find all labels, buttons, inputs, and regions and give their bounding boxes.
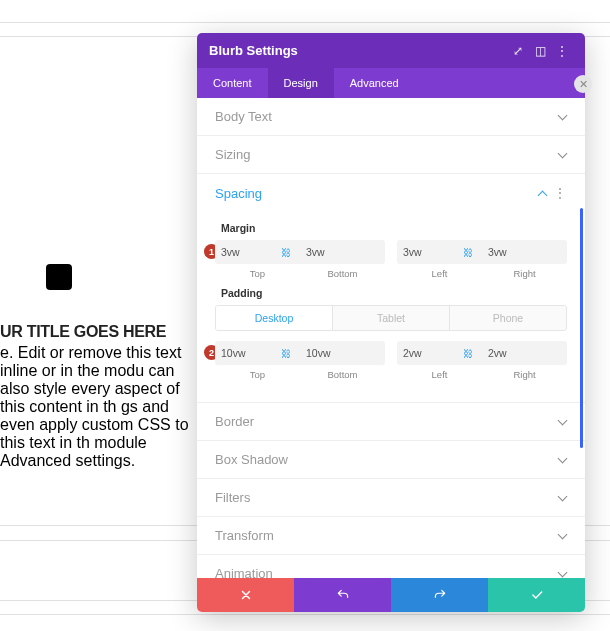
undo-icon [336,588,350,602]
scrollbar[interactable] [580,208,583,448]
panel-title: Blurb Settings [209,43,507,58]
chevron-down-icon [557,531,567,541]
chevron-down-icon [557,417,567,427]
redo-icon [433,588,447,602]
device-tab-tablet[interactable]: Tablet [332,306,449,330]
panel-body: Body Text Sizing Spacing ⋮ Margin 1 3vw⛓… [197,98,585,578]
margin-left-input[interactable]: 3vw⛓ [397,240,482,264]
link-icon[interactable]: ⛓ [460,348,476,359]
blurb-title: UR TITLE GOES HERE [0,323,166,341]
side-label: Bottom [300,268,385,279]
menu-dots-icon[interactable]: ⋮ [551,44,573,58]
margin-bottom-input[interactable]: 3vw [300,240,385,264]
side-label: Top [215,369,300,380]
expand-icon[interactable]: ⤢ [507,44,529,58]
side-label: Left [397,268,482,279]
device-tab-desktop[interactable]: Desktop [216,306,332,330]
chevron-down-icon [557,150,567,160]
save-button[interactable] [488,578,585,612]
padding-label: Padding [215,287,567,299]
section-filters[interactable]: Filters [197,479,585,517]
section-body-text[interactable]: Body Text [197,98,585,136]
margin-label: Margin [215,222,567,234]
section-box-shadow[interactable]: Box Shadow [197,441,585,479]
section-label: Filters [215,490,250,505]
section-label: Animation [215,566,273,578]
blurb-icon-placeholder [46,264,72,290]
margin-right-input[interactable]: 3vw [482,240,567,264]
section-label: Transform [215,528,274,543]
redo-button[interactable] [391,578,488,612]
chevron-down-icon [557,569,567,579]
chevron-up-icon [537,188,547,198]
padding-top-input[interactable]: 10vw⛓ [215,341,300,365]
tab-advanced[interactable]: Advanced [334,68,415,98]
chevron-down-icon [557,455,567,465]
side-label: Left [397,369,482,380]
padding-left-input[interactable]: 2vw⛓ [397,341,482,365]
panel-footer [197,578,585,612]
padding-bottom-input[interactable]: 10vw [300,341,385,365]
spacing-body: Margin 1 3vw⛓ 3vw 3vw⛓ 3vw Top Bottom Le… [197,212,585,402]
panel-tabs: Content Design Advanced [197,68,585,98]
section-sizing[interactable]: Sizing [197,136,585,174]
cancel-button[interactable] [197,578,294,612]
side-label: Top [215,268,300,279]
settings-panel: Blurb Settings ⤢ ◫ ⋮ Content Design Adva… [197,33,585,612]
device-tabs: Desktop Tablet Phone [215,305,567,331]
device-tab-phone[interactable]: Phone [449,306,566,330]
side-label: Bottom [300,369,385,380]
close-icon [239,588,253,602]
side-label: Right [482,268,567,279]
tab-content[interactable]: Content [197,68,268,98]
panel-header[interactable]: Blurb Settings ⤢ ◫ ⋮ [197,33,585,68]
section-menu-icon[interactable]: ⋮ [553,185,567,201]
blurb-paragraph: e. Edit or remove this text inline or in… [0,344,198,470]
section-label: Sizing [215,147,250,162]
section-label: Border [215,414,254,429]
padding-right-input[interactable]: 2vw [482,341,567,365]
check-icon [530,588,544,602]
snap-icon[interactable]: ◫ [529,44,551,58]
link-icon[interactable]: ⛓ [278,348,294,359]
section-border[interactable]: Border [197,402,585,441]
section-animation[interactable]: Animation [197,555,585,578]
section-spacing[interactable]: Spacing ⋮ [197,174,585,212]
section-transform[interactable]: Transform [197,517,585,555]
section-label: Box Shadow [215,452,288,467]
margin-top-input[interactable]: 3vw⛓ [215,240,300,264]
section-label: Spacing [215,186,262,201]
chevron-down-icon [557,493,567,503]
close-round-icon[interactable]: ✕ [574,75,592,93]
link-icon[interactable]: ⛓ [460,247,476,258]
tab-design[interactable]: Design [268,68,334,98]
side-label: Right [482,369,567,380]
chevron-down-icon [557,112,567,122]
undo-button[interactable] [294,578,391,612]
section-label: Body Text [215,109,272,124]
link-icon[interactable]: ⛓ [278,247,294,258]
